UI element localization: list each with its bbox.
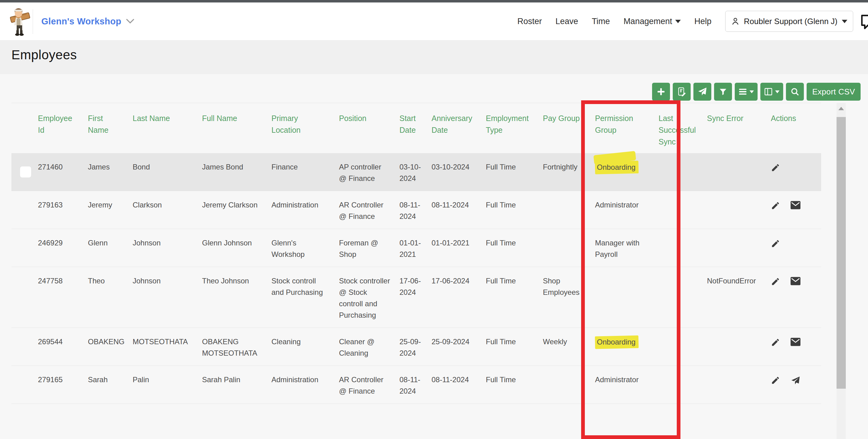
filter-icon [719, 87, 727, 96]
column-header-position[interactable]: Position [339, 103, 399, 153]
table-row[interactable]: 279163JeremyClarksonJeremy ClarksonAdmin… [11, 191, 821, 229]
bulk-edit-document-icon [677, 87, 687, 97]
column-header-first-name[interactable]: First Name [88, 103, 133, 153]
list-menu-button[interactable] [735, 83, 757, 100]
main-nav: RosterLeaveTimeManagementHelp Roubler Su… [517, 2, 853, 40]
send-plane-icon[interactable] [790, 376, 801, 389]
column-header-start-date[interactable]: Start Date [399, 103, 432, 153]
send-invites-button[interactable] [693, 83, 711, 100]
nav-item-roster[interactable]: Roster [517, 17, 542, 26]
column-header-employment-type[interactable]: Employment Type [486, 103, 543, 153]
cell-employment-type: Full Time [486, 328, 543, 365]
cell-id: 247758 [38, 267, 88, 327]
cell-last-name: Johnson [133, 229, 202, 267]
cell-start-date: 08-11-2024 [399, 191, 432, 229]
table-scrollbar[interactable] [837, 103, 846, 439]
app-header: Glenn's Workshop RosterLeaveTimeManageme… [0, 2, 868, 40]
highlighted-permission-group: Onboarding [595, 336, 639, 349]
add-employee-button[interactable] [652, 83, 670, 100]
column-header-checkbox [11, 103, 38, 153]
edit-pencil-icon[interactable] [771, 201, 780, 213]
cell-primary-location: Administration [272, 366, 339, 404]
edit-pencil-icon[interactable] [771, 163, 780, 175]
cell-pay-group: Fortnightly [543, 153, 595, 191]
cell-first-name: OBAKENG [88, 328, 133, 365]
cell-actions [771, 153, 821, 191]
table-row[interactable]: 246929GlennJohnsonGlenn JohnsonGlenn's W… [11, 229, 821, 267]
cell-primary-location: Glenn's Workshop [272, 229, 339, 267]
employee-table-body: 271460JamesBondJames BondFinanceAP contr… [11, 153, 821, 404]
cell-employment-type: Full Time [486, 191, 543, 229]
cell-id: 279165 [38, 366, 88, 404]
column-header-primary-location[interactable]: Primary Location [272, 103, 339, 153]
column-header-last-successful-sync[interactable]: Last Successful Sync [658, 103, 707, 153]
cell-pay-group [543, 191, 595, 229]
cell-last-successful-sync [658, 366, 707, 404]
workspace-switcher[interactable]: Glenn's Workshop [41, 2, 134, 40]
table-row[interactable]: 271460JamesBondJames BondFinanceAP contr… [11, 153, 821, 191]
edit-pencil-icon[interactable] [771, 277, 780, 289]
window-top-strip [0, 0, 868, 2]
chevron-down-icon [126, 19, 134, 24]
cell-anniversary-date: 08-11-2024 [432, 366, 486, 404]
column-header-sync-error[interactable]: Sync Error [707, 103, 771, 153]
edit-pencil-icon[interactable] [771, 338, 780, 350]
column-header-anniversary-date[interactable]: Anniversary Date [432, 103, 486, 153]
filter-button[interactable] [714, 83, 732, 100]
column-header-pay-group[interactable]: Pay Group [543, 103, 595, 153]
table-row[interactable]: 279165SarahPalinSarah PalinAdministratio… [11, 366, 821, 404]
search-icon [790, 87, 800, 96]
table-row[interactable]: 269544OBAKENGMOTSEOTHATAOBAKENG MOTSEOTH… [11, 328, 821, 366]
cell-last-name: MOTSEOTHATA [133, 328, 202, 365]
cell-first-name: Jeremy [88, 191, 133, 229]
cell-first-name: Theo [88, 267, 133, 327]
search-button[interactable] [786, 83, 804, 100]
cell-employment-type: Full Time [486, 153, 543, 191]
cell-permission-group: Administrator [595, 191, 658, 229]
column-header-employee-id[interactable]: Employee Id [38, 103, 88, 153]
cell-actions [771, 229, 821, 267]
cell-start-date: 17-06-2024 [399, 267, 432, 327]
column-header-last-name[interactable]: Last Name [133, 103, 202, 153]
cell-sync-error: NotFoundError [707, 267, 771, 327]
row-checkbox-cell [11, 366, 38, 404]
edit-pencil-icon[interactable] [771, 239, 780, 251]
column-header-actions[interactable]: Actions [771, 103, 821, 153]
header-divider [33, 9, 33, 34]
cell-full-name: OBAKENG MOTSEOTHATA [202, 328, 272, 365]
cell-first-name: Glenn [88, 229, 133, 267]
cell-permission-group: Manager with Payroll [595, 229, 658, 267]
scrollbar-up-button[interactable] [837, 103, 846, 114]
scrollbar-thumb[interactable] [837, 117, 846, 389]
nav-item-help[interactable]: Help [694, 17, 712, 26]
envelope-icon[interactable] [790, 201, 801, 212]
envelope-icon[interactable] [790, 338, 801, 349]
column-header-permission-group[interactable]: Permission Group [595, 103, 658, 153]
caret-down-icon [749, 90, 754, 93]
cell-employment-type: Full Time [486, 267, 543, 327]
cell-actions [771, 267, 821, 327]
column-header-full-name[interactable]: Full Name [202, 103, 272, 153]
account-menu-button[interactable]: Roubler Support (Glenn J) [725, 11, 853, 32]
cell-start-date: 25-09-2024 [399, 328, 432, 365]
row-checkbox-cell [11, 328, 38, 365]
edit-pencil-icon[interactable] [771, 376, 780, 388]
row-checkbox[interactable] [20, 167, 31, 177]
cell-actions [771, 191, 821, 229]
envelope-icon[interactable] [790, 277, 801, 288]
caret-down-icon [675, 20, 681, 23]
nav-item-leave[interactable]: Leave [556, 17, 578, 26]
export-csv-button[interactable]: Export CSV [807, 83, 861, 100]
chat-bubble-icon[interactable] [859, 13, 868, 31]
cell-sync-error [707, 153, 771, 191]
row-checkbox-cell [11, 191, 38, 229]
cell-full-name: James Bond [202, 153, 272, 191]
bulk-edit-button[interactable] [673, 83, 691, 100]
table-row[interactable]: 247758TheoJohnsonTheo JohnsonStock contr… [11, 267, 821, 328]
columns-button[interactable] [761, 83, 783, 100]
nav-item-management[interactable]: Management [623, 17, 681, 26]
table-toolbar: Export CSV [652, 83, 861, 100]
cell-sync-error [707, 366, 771, 404]
nav-item-time[interactable]: Time [592, 17, 610, 26]
cell-start-date: 01-01-2021 [399, 229, 432, 267]
